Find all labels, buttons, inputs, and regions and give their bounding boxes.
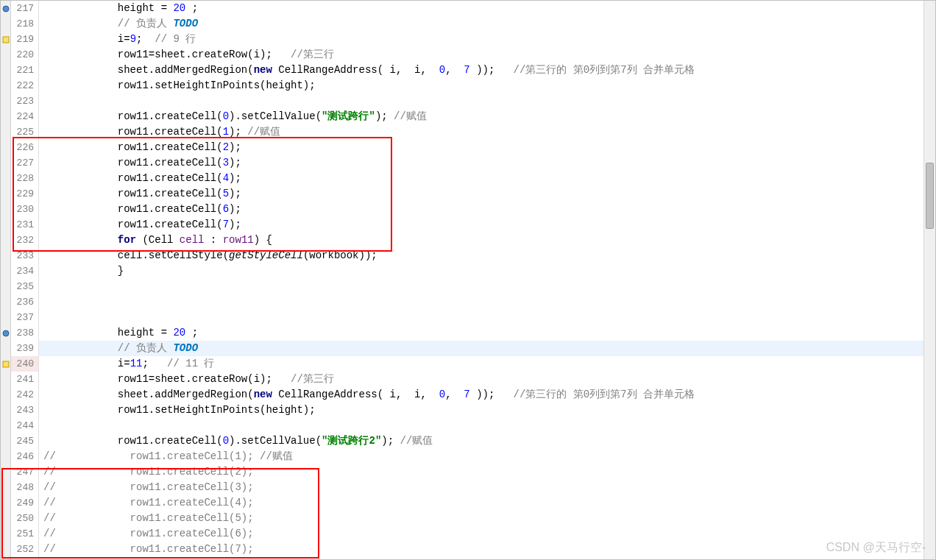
gutter-marker — [1, 495, 10, 511]
line-number[interactable]: 218 — [11, 16, 38, 32]
code-line[interactable] — [39, 310, 923, 325]
line-number[interactable]: 235 — [11, 279, 38, 294]
code-line[interactable]: row11.createCell(0).setCellValue("测试跨行")… — [39, 109, 923, 124]
line-number[interactable]: 241 — [11, 372, 38, 387]
line-number[interactable]: 229 — [11, 186, 38, 202]
line-number[interactable]: 219 — [11, 32, 38, 47]
code-token: 0 — [439, 64, 445, 76]
code-line[interactable] — [39, 294, 923, 310]
code-line[interactable]: // row11.createCell(5); — [39, 511, 923, 526]
line-number[interactable]: 244 — [11, 418, 38, 433]
code-line[interactable]: row11.createCell(5); — [39, 186, 923, 202]
gutter-marker — [1, 109, 10, 124]
code-token: for — [118, 234, 136, 246]
line-number[interactable]: 252 — [11, 542, 38, 557]
code-line[interactable]: // row11.createCell(2); — [39, 464, 923, 480]
code-line[interactable]: row11.createCell(6); — [39, 202, 923, 217]
line-number[interactable]: 230 — [11, 202, 38, 217]
code-line[interactable]: row11.setHeightInPoints(height); — [39, 78, 923, 93]
line-number[interactable]: 245 — [11, 433, 38, 449]
code-area[interactable]: height = 20 ; // 负责人 TODO i=9; // 9 行 ro… — [39, 1, 923, 559]
code-line[interactable]: // row11.createCell(7); — [39, 542, 923, 557]
line-number[interactable]: 220 — [11, 47, 38, 63]
code-token: //赋值 — [247, 126, 280, 138]
marker-column — [1, 1, 11, 559]
line-number[interactable]: 217 — [11, 1, 38, 16]
line-number[interactable]: 225 — [11, 124, 38, 140]
code-line[interactable]: row11.createCell(1); //赋值 — [39, 124, 923, 140]
code-line[interactable]: height = 20 ; — [39, 325, 923, 341]
code-token: // row11.createCell(2); — [43, 466, 254, 478]
line-number[interactable]: 246 — [11, 449, 38, 464]
line-number[interactable]: 222 — [11, 78, 38, 93]
line-number-gutter[interactable]: 2172182192202212222232242252262272282292… — [11, 1, 39, 559]
code-line[interactable]: sheet.addMergedRegion(new CellRangeAddre… — [39, 387, 923, 403]
line-number[interactable]: 251 — [11, 526, 38, 542]
gutter-marker — [1, 1, 10, 16]
line-number[interactable]: 248 — [11, 480, 38, 495]
code-line[interactable]: row11.createCell(0).setCellValue("测试跨行2"… — [39, 433, 923, 449]
code-line[interactable]: cell.setCellStyle(getStyleCell(workbook)… — [39, 248, 923, 263]
code-token: 4 — [223, 172, 229, 184]
line-number[interactable]: 226 — [11, 140, 38, 155]
code-token: row11.setHeightInPoints(height); — [43, 404, 316, 416]
line-number[interactable]: 237 — [11, 310, 38, 325]
code-line[interactable]: row11.createCell(7); — [39, 217, 923, 233]
line-number[interactable]: 239 — [11, 341, 38, 356]
code-line[interactable]: sheet.addMergedRegion(new CellRangeAddre… — [39, 63, 923, 78]
code-line[interactable]: i=11; // 11 行 — [39, 356, 923, 372]
code-token: ); — [229, 188, 241, 199]
code-token: 1 — [223, 126, 229, 138]
code-line[interactable]: row11.createCell(3); — [39, 155, 923, 171]
line-number[interactable]: 234 — [11, 263, 38, 279]
gutter-marker — [1, 16, 10, 32]
gutter-marker — [1, 526, 10, 542]
code-editor: 2172182192202212222232242252262272282292… — [0, 0, 936, 560]
code-line[interactable]: // row11.createCell(6); — [39, 526, 923, 542]
code-token: 11 — [130, 358, 143, 369]
line-number[interactable]: 233 — [11, 248, 38, 263]
line-number[interactable]: 243 — [11, 403, 38, 418]
code-line[interactable]: // 负责人 TODO — [39, 16, 923, 32]
line-number[interactable]: 242 — [11, 387, 38, 403]
code-token: //赋值 — [400, 435, 433, 447]
gutter-marker — [1, 248, 10, 263]
line-number[interactable]: 231 — [11, 217, 38, 233]
vertical-scrollbar[interactable] — [923, 1, 935, 559]
code-line[interactable]: i=9; // 9 行 — [39, 32, 923, 47]
code-line[interactable]: // row11.createCell(3); — [39, 480, 923, 495]
code-line[interactable]: row11.createCell(4); — [39, 171, 923, 186]
code-line[interactable]: // 负责人 TODO — [39, 341, 923, 356]
line-number[interactable]: 224 — [11, 109, 38, 124]
line-number[interactable]: 249 — [11, 495, 38, 511]
line-number[interactable]: 236 — [11, 294, 38, 310]
code-line[interactable]: } — [39, 263, 923, 279]
code-token: // row11.createCell(3); — [43, 481, 254, 493]
code-token: CellRangeAddress( i, i, — [272, 64, 439, 76]
line-number[interactable]: 238 — [11, 325, 38, 341]
code-token: row11.createCell( — [43, 203, 223, 215]
line-number[interactable]: 247 — [11, 464, 38, 480]
line-number[interactable]: 221 — [11, 63, 38, 78]
code-line[interactable]: row11.setHeightInPoints(height); — [39, 403, 923, 418]
line-number[interactable]: 240 — [11, 356, 38, 372]
code-token: row11.createCell( — [43, 141, 223, 153]
gutter-marker — [1, 171, 10, 186]
code-line[interactable]: // row11.createCell(1); //赋值 — [39, 449, 923, 464]
code-token: ); — [381, 435, 400, 447]
line-number[interactable]: 250 — [11, 511, 38, 526]
code-line[interactable] — [39, 93, 923, 109]
line-number[interactable]: 228 — [11, 171, 38, 186]
code-line[interactable]: height = 20 ; — [39, 1, 923, 16]
code-line[interactable] — [39, 418, 923, 433]
code-line[interactable]: row11=sheet.createRow(i); //第三行 — [39, 47, 923, 63]
line-number[interactable]: 223 — [11, 93, 38, 109]
line-number[interactable]: 232 — [11, 233, 38, 248]
scrollbar-thumb[interactable] — [926, 163, 934, 229]
code-line[interactable]: for (Cell cell : row11) { — [39, 233, 923, 248]
code-line[interactable]: // row11.createCell(4); — [39, 495, 923, 511]
code-line[interactable] — [39, 279, 923, 294]
code-line[interactable]: row11=sheet.createRow(i); //第三行 — [39, 372, 923, 387]
line-number[interactable]: 227 — [11, 155, 38, 171]
code-line[interactable]: row11.createCell(2); — [39, 140, 923, 155]
